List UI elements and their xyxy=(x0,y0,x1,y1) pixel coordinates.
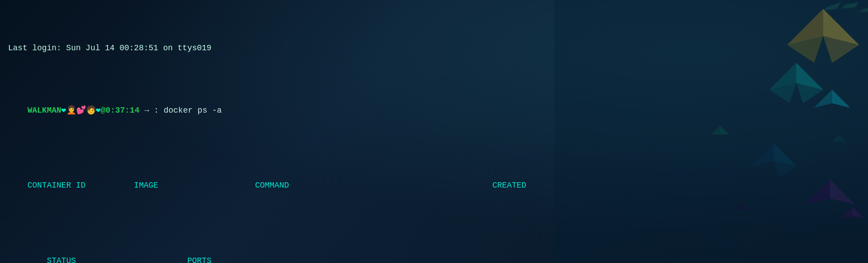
prompt1-walkman: WALKMAN xyxy=(27,106,61,115)
terminal-window: Last login: Sun Jul 14 00:28:51 on ttys0… xyxy=(0,0,868,263)
prompt1-arrow: → : xyxy=(139,106,164,115)
prompt1-command: docker ps -a xyxy=(164,106,222,115)
header-line-1: CONTAINER ID IMAGE COMMAND CREATED xyxy=(8,167,860,205)
col-status: STATUS xyxy=(27,256,143,263)
col-command: COMMAND xyxy=(255,181,405,190)
prompt1-time: @0:37:14 xyxy=(101,106,139,115)
col-created: CREATED xyxy=(405,181,526,190)
login-line: Last login: Sun Jul 14 00:28:51 on ttys0… xyxy=(8,42,860,55)
prompt1-emojis: ❤️🧑‍🦱💕🧑❤️ xyxy=(61,106,101,115)
col-container-id: CONTAINER ID xyxy=(27,181,86,190)
col-image: IMAGE xyxy=(86,181,255,190)
header-line-2: STATUS PORTS xyxy=(8,242,860,263)
prompt-line-1: WALKMAN❤️🧑‍🦱💕🧑❤️@0:37:14 → : docker ps -… xyxy=(8,92,860,130)
col-ports: PORTS xyxy=(143,256,211,263)
